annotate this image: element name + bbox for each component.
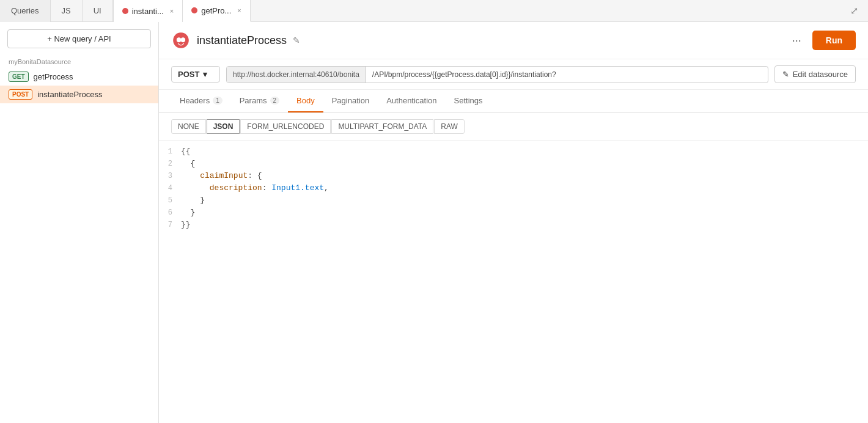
line-num-3: 3 [159,171,181,180]
run-button[interactable]: Run [812,31,856,50]
sidebar-item-getprocess[interactable]: GET getProcess [0,68,158,86]
url-bar: POST ▾ http://host.docker.internal:40610… [159,59,868,90]
top-actions: ⤢ [840,0,868,21]
format-none[interactable]: NONE [171,119,206,134]
headers-badge: 1 [213,97,223,105]
tab-dot-getprocess [191,7,197,13]
code-line-6: 6 } [159,208,868,220]
code-line-2: 2 { [159,159,868,171]
bonita-logo [171,31,191,50]
line-num-1: 1 [159,147,181,156]
edit-datasource-button[interactable]: ✎ Edit datasource [774,65,856,83]
code-line-7: 7 }} [159,220,868,232]
tab-authentication[interactable]: Authentication [378,90,445,112]
url-input[interactable]: http://host.docker.internal:40610/bonita… [226,66,768,83]
line-content-4: description: Input1.text, [181,183,868,193]
format-form-urlencoded[interactable]: FORM_URLENCODED [240,119,331,134]
line-content-1: {{ [181,147,868,156]
tab-pagination[interactable]: Pagination [323,90,378,112]
format-raw[interactable]: RAW [434,119,465,134]
file-tab-getprocess[interactable]: getPro... × [183,0,251,22]
close-tab-instantiate[interactable]: × [170,7,174,15]
line-num-2: 2 [159,159,181,168]
tab-bar: Headers 1 Params 2 Body Pagination Authe… [159,90,868,113]
top-spacer [251,0,840,21]
line-content-6: } [181,208,868,217]
sidebar-item-getprocess-label: getProcess [34,72,73,81]
method-badge-get: GET [9,72,29,82]
line-content-5: } [181,196,868,205]
line-content-2: { [181,159,868,168]
url-base: http://host.docker.internal:40610/bonita [227,67,366,83]
code-line-5: 5 } [159,196,868,208]
method-value: POST [178,70,199,79]
format-json[interactable]: JSON [207,119,240,134]
code-editor[interactable]: 1 {{ 2 { 3 claimInput: { 4 description: … [159,141,868,423]
datasource-label: myBonitaDatasource [0,56,158,68]
edit-datasource-label: Edit datasource [793,70,848,79]
format-multipart[interactable]: MULTIPART_FORM_DATA [331,119,433,134]
line-content-3: claimInput: { [181,171,868,180]
tab-dot-instantiate [122,8,128,14]
edit-title-icon[interactable]: ✎ [293,35,300,45]
code-line-1: 1 {{ [159,147,868,159]
tab-params[interactable]: Params 2 [231,90,288,112]
file-tab-getprocess-label: getPro... [201,6,231,15]
query-header: instantiateProcess ✎ ··· Run [159,22,868,59]
sidebar: + New query / API myBonitaDatasource GET… [0,22,159,423]
top-tab-bar: Queries JS UI instanti... × getPro... × … [0,0,868,22]
nav-tabs: Queries JS UI [0,0,114,21]
line-num-6: 6 [159,208,181,217]
ui-nav[interactable]: UI [83,0,113,22]
method-select[interactable]: POST ▾ [171,66,220,83]
code-line-3: 3 claimInput: { [159,171,868,183]
params-badge: 2 [270,97,280,105]
popup-icon[interactable]: ⤢ [848,2,861,19]
line-num-7: 7 [159,220,181,229]
content-area: instantiateProcess ✎ ··· Run POST ▾ http… [159,22,868,423]
tab-headers[interactable]: Headers 1 [171,90,231,112]
close-tab-getprocess[interactable]: × [237,7,241,14]
tab-body[interactable]: Body [288,90,323,112]
edit-datasource-icon: ✎ [782,70,789,79]
file-tab-instantiate[interactable]: instanti... × [114,0,183,22]
queries-nav[interactable]: Queries [0,0,51,22]
js-nav[interactable]: JS [51,0,83,22]
url-path: /API/bpm/process/{{getProcess.data[0].id… [366,67,768,83]
query-title: instantiateProcess [197,34,287,47]
line-num-5: 5 [159,196,181,205]
tab-settings[interactable]: Settings [446,90,491,112]
line-content-7: }} [181,220,868,229]
sidebar-item-instantiateprocess[interactable]: POST instantiateProcess [0,86,158,103]
more-options-button[interactable]: ··· [787,32,806,50]
new-query-button[interactable]: + New query / API [7,29,151,48]
code-line-4: 4 description: Input1.text, [159,183,868,196]
line-num-4: 4 [159,183,181,193]
method-chevron: ▾ [203,70,207,79]
body-format-bar: NONE JSON FORM_URLENCODED MULTIPART_FORM… [159,113,868,141]
main-layout: + New query / API myBonitaDatasource GET… [0,22,868,423]
method-badge-post: POST [9,89,32,100]
file-tab-instantiate-label: instanti... [132,7,164,16]
sidebar-item-instantiate-label: instantiateProcess [37,90,102,99]
